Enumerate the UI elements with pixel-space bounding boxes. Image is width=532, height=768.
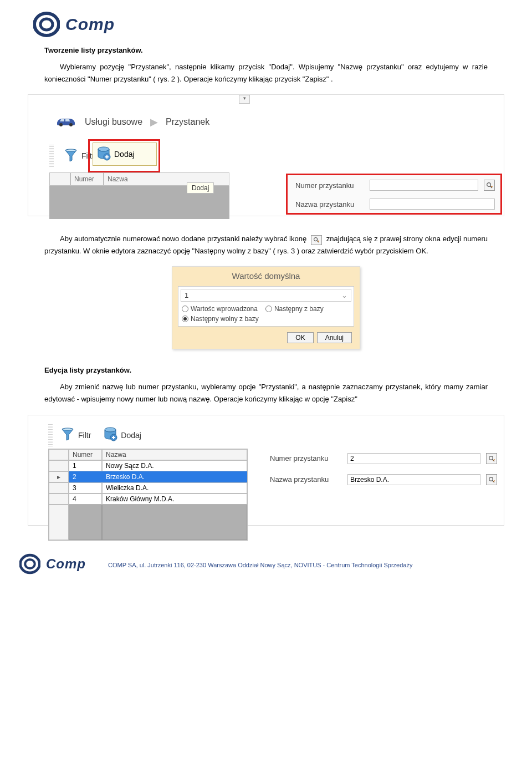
dialog-body: 1 ⌄ Wartośc wprowadzona Następny z bazy …	[178, 286, 354, 327]
lookup-button[interactable]	[484, 180, 495, 191]
section1-title: Tworzenie listy przystanków.	[44, 46, 488, 54]
row-marker	[49, 482, 69, 494]
label-name: Nazwa przystanku	[270, 475, 342, 484]
row-marker	[49, 460, 69, 471]
radio-icon-selected	[182, 316, 188, 322]
radio-entered[interactable]: Wartośc wprowadzona	[182, 305, 258, 313]
chevron-right-icon: ▶	[150, 116, 158, 128]
radio-icon	[182, 306, 188, 312]
crumb-2[interactable]: Przystanek	[166, 117, 209, 127]
section2-title: Edycja listy przystanków.	[44, 366, 488, 374]
grid-col-name[interactable]: Nazwa	[102, 449, 247, 460]
logo-text: Comp	[46, 556, 86, 572]
screenshot-2-dialog: Wartość domyślna 1 ⌄ Wartośc wprowadzona…	[172, 266, 360, 349]
toolbar-grip-icon	[48, 424, 53, 446]
lookup-button[interactable]	[486, 453, 497, 464]
add-label: Dodaj	[121, 431, 141, 440]
logo-text: Comp	[65, 15, 115, 34]
cell-name: Wieliczka D.A.	[102, 482, 247, 494]
table-row[interactable]: 1Nowy Sącz D.A.	[49, 460, 247, 471]
screenshot-3: Filtr Dodaj Numer Nazwa 1Nowy Sącz D.A.▸…	[28, 415, 504, 526]
logo-icon	[33, 11, 60, 38]
radio-next-db[interactable]: Następny z bazy	[265, 305, 324, 313]
cancel-button[interactable]: Anuluj	[317, 332, 352, 343]
radio-next-db-label: Następny z bazy	[274, 305, 324, 313]
value-selected: 1	[185, 291, 188, 299]
highlight-box-1	[88, 139, 160, 172]
footer-text: COMP SA, ul. Jutrzenki 116, 02-230 Warsz…	[108, 562, 412, 568]
table-row[interactable]: 3Wieliczka D.A.	[49, 482, 247, 494]
mid-paragraph: Aby automatycznie numerować nowo dodane …	[44, 233, 488, 257]
form-row-name: Nazwa przystanku	[270, 474, 497, 485]
cell-number: 1	[69, 460, 102, 471]
form-row-number: Numer przystanku	[295, 180, 495, 191]
input-stop-number[interactable]	[370, 180, 478, 191]
filter-button[interactable]: Filtr	[54, 424, 97, 446]
table-row[interactable]: ▸2Brzesko D.A.	[49, 471, 247, 482]
lookup-button[interactable]	[486, 474, 497, 485]
filter-label: Filtr	[78, 431, 91, 440]
grid-rowheader-corner	[49, 172, 70, 186]
label-name: Nazwa przystanku	[295, 200, 364, 208]
input-stop-number[interactable]	[347, 453, 480, 464]
logo-icon	[19, 553, 40, 574]
cell-number: 4	[69, 494, 102, 505]
page-footer: Comp COMP SA, ul. Jutrzenki 116, 02-230 …	[30, 548, 488, 583]
mid-para-a: Aby automatycznie numerować nowo dodane …	[44, 233, 306, 245]
highlight-box-2: Numer przystanku Nazwa przystanku	[286, 174, 502, 215]
row-marker	[49, 494, 69, 505]
label-number: Numer przystanku	[295, 181, 364, 190]
grid-filler	[49, 505, 247, 540]
breadcrumb: Usługi busowe ▶ Przystanek	[55, 114, 209, 130]
cell-name: Nowy Sącz D.A.	[102, 460, 247, 471]
row-marker: ▸	[49, 471, 69, 482]
dialog-title: Wartość domyślna	[172, 267, 360, 283]
lookup-icon-inline	[311, 235, 322, 245]
form-row-name: Nazwa przystanku	[295, 199, 495, 210]
stops-grid[interactable]: Numer Nazwa 1Nowy Sącz D.A.▸2Brzesko D.A…	[48, 449, 248, 541]
funnel-icon	[64, 148, 78, 164]
car-icon	[55, 114, 77, 130]
section1-paragraph: Wybieramy pozycję "Przystanek", następni…	[44, 61, 488, 85]
input-stop-name[interactable]	[370, 199, 495, 210]
cell-name: Brzesko D.A.	[102, 471, 247, 482]
cell-number: 3	[69, 482, 102, 494]
cell-name: Kraków Główny M.D.A.	[102, 494, 247, 505]
grid-col-number[interactable]: Numer	[70, 172, 104, 186]
radio-next-free[interactable]: Następny wolny z bazy	[182, 315, 259, 323]
tooltip: Dodaj	[187, 182, 214, 194]
stops-grid: Numer Nazwa	[49, 172, 229, 219]
database-add-icon	[103, 427, 117, 443]
toolbar-grip-icon	[49, 145, 54, 167]
logo-footer: Comp	[19, 553, 86, 574]
funnel-icon	[60, 427, 75, 443]
grid-rowheader-corner	[49, 449, 69, 460]
radio-icon	[265, 306, 272, 312]
crumb-1[interactable]: Usługi busowe	[85, 117, 142, 127]
radio-next-free-label: Następny wolny z bazy	[191, 315, 259, 323]
grid-header: Numer Nazwa	[49, 449, 247, 460]
table-row[interactable]: 4Kraków Główny M.D.A.	[49, 494, 247, 505]
add-button[interactable]: Dodaj	[97, 424, 147, 446]
section2-paragraph: Aby zmienić nazwę lub numer przystanku, …	[44, 381, 488, 405]
cell-number: 2	[69, 471, 102, 482]
screenshot-1: Usługi busowe ▶ Przystanek Filtr Dodaj N…	[28, 94, 504, 216]
form-row-number: Numer przystanku	[270, 453, 497, 464]
toolbar: Filtr Dodaj	[48, 424, 147, 446]
radio-entered-label: Wartośc wprowadzona	[191, 305, 258, 313]
logo: Comp	[33, 11, 488, 38]
label-number: Numer przystanku	[270, 454, 342, 462]
ok-button[interactable]: OK	[287, 332, 313, 343]
value-select[interactable]: 1 ⌄	[181, 289, 351, 302]
grid-col-number[interactable]: Numer	[69, 449, 102, 460]
chevron-down-icon: ⌄	[341, 291, 347, 299]
titlebar-dropdown-icon[interactable]	[239, 95, 250, 104]
input-stop-name[interactable]	[347, 474, 480, 485]
